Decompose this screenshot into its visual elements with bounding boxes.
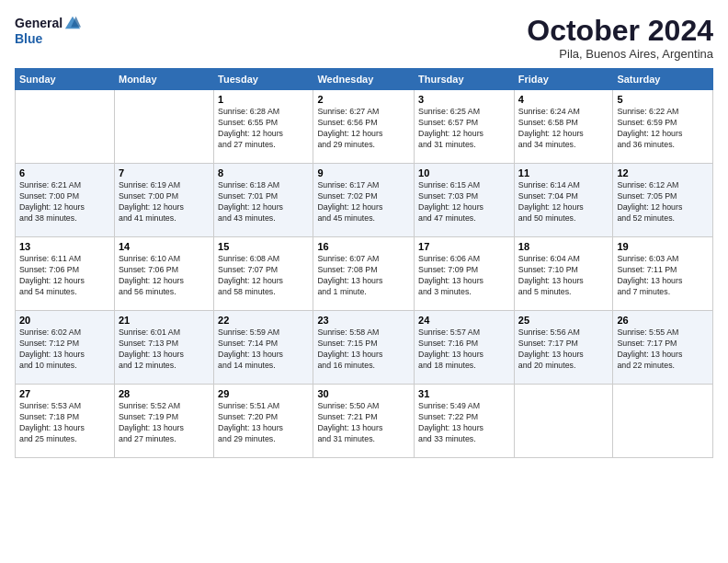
day-number: 9 xyxy=(317,167,410,178)
table-row: 4Sunrise: 6:24 AM Sunset: 6:58 PM Daylig… xyxy=(514,90,613,164)
calendar-week-row: 1Sunrise: 6:28 AM Sunset: 6:55 PM Daylig… xyxy=(16,90,713,164)
table-row: 3Sunrise: 6:25 AM Sunset: 6:57 PM Daylig… xyxy=(415,90,515,164)
day-number: 1 xyxy=(218,94,309,105)
day-number: 24 xyxy=(418,315,510,326)
day-info: Sunrise: 6:18 AM Sunset: 7:01 PM Dayligh… xyxy=(218,180,309,224)
logo-icon xyxy=(64,15,81,31)
day-number: 27 xyxy=(19,388,110,399)
table-row xyxy=(114,90,213,164)
table-row: 21Sunrise: 6:01 AM Sunset: 7:13 PM Dayli… xyxy=(114,311,213,385)
day-number: 6 xyxy=(19,167,110,178)
day-info: Sunrise: 6:27 AM Sunset: 6:56 PM Dayligh… xyxy=(317,107,410,151)
header-thursday: Thursday xyxy=(415,69,515,90)
table-row: 15Sunrise: 6:08 AM Sunset: 7:07 PM Dayli… xyxy=(214,237,313,311)
day-number: 8 xyxy=(218,167,309,178)
day-number: 17 xyxy=(418,241,510,252)
day-info: Sunrise: 5:51 AM Sunset: 7:20 PM Dayligh… xyxy=(218,401,309,445)
header: General Blue October 2024 Pila, Buenos A… xyxy=(15,15,713,61)
calendar-week-row: 27Sunrise: 5:53 AM Sunset: 7:18 PM Dayli… xyxy=(16,385,713,458)
header-tuesday: Tuesday xyxy=(214,69,313,90)
day-info: Sunrise: 5:49 AM Sunset: 7:22 PM Dayligh… xyxy=(418,401,510,445)
table-row: 31Sunrise: 5:49 AM Sunset: 7:22 PM Dayli… xyxy=(415,385,515,458)
day-number: 19 xyxy=(617,241,709,252)
day-info: Sunrise: 6:10 AM Sunset: 7:06 PM Dayligh… xyxy=(119,254,210,298)
day-number: 13 xyxy=(19,241,110,252)
table-row: 29Sunrise: 5:51 AM Sunset: 7:20 PM Dayli… xyxy=(214,385,313,458)
calendar-week-row: 20Sunrise: 6:02 AM Sunset: 7:12 PM Dayli… xyxy=(16,311,713,385)
logo-general: General xyxy=(15,16,63,30)
day-info: Sunrise: 6:01 AM Sunset: 7:13 PM Dayligh… xyxy=(119,327,210,372)
header-monday: Monday xyxy=(114,69,213,90)
table-row: 14Sunrise: 6:10 AM Sunset: 7:06 PM Dayli… xyxy=(114,237,213,311)
day-number: 26 xyxy=(617,315,709,326)
table-row: 8Sunrise: 6:18 AM Sunset: 7:01 PM Daylig… xyxy=(214,164,313,237)
day-info: Sunrise: 6:25 AM Sunset: 6:57 PM Dayligh… xyxy=(418,107,510,151)
day-info: Sunrise: 6:07 AM Sunset: 7:08 PM Dayligh… xyxy=(317,254,410,298)
day-number: 20 xyxy=(19,315,110,326)
table-row: 18Sunrise: 6:04 AM Sunset: 7:10 PM Dayli… xyxy=(514,237,613,311)
table-row: 7Sunrise: 6:19 AM Sunset: 7:00 PM Daylig… xyxy=(114,164,213,237)
table-row: 10Sunrise: 6:15 AM Sunset: 7:03 PM Dayli… xyxy=(415,164,515,237)
day-info: Sunrise: 6:22 AM Sunset: 6:59 PM Dayligh… xyxy=(617,107,709,151)
day-number: 23 xyxy=(317,315,410,326)
table-row: 30Sunrise: 5:50 AM Sunset: 7:21 PM Dayli… xyxy=(313,385,415,458)
table-row: 24Sunrise: 5:57 AM Sunset: 7:16 PM Dayli… xyxy=(415,311,515,385)
calendar-week-row: 13Sunrise: 6:11 AM Sunset: 7:06 PM Dayli… xyxy=(16,237,713,311)
day-number: 2 xyxy=(317,94,410,105)
day-number: 28 xyxy=(119,388,210,399)
table-row: 2Sunrise: 6:27 AM Sunset: 6:56 PM Daylig… xyxy=(313,90,415,164)
day-info: Sunrise: 6:08 AM Sunset: 7:07 PM Dayligh… xyxy=(218,254,309,298)
day-number: 29 xyxy=(218,388,309,399)
day-info: Sunrise: 5:52 AM Sunset: 7:19 PM Dayligh… xyxy=(119,401,210,445)
logo: General Blue xyxy=(15,15,81,46)
day-info: Sunrise: 5:57 AM Sunset: 7:16 PM Dayligh… xyxy=(418,327,510,372)
header-wednesday: Wednesday xyxy=(313,69,415,90)
day-info: Sunrise: 5:53 AM Sunset: 7:18 PM Dayligh… xyxy=(19,401,110,445)
day-info: Sunrise: 6:03 AM Sunset: 7:11 PM Dayligh… xyxy=(617,254,709,298)
day-info: Sunrise: 6:21 AM Sunset: 7:00 PM Dayligh… xyxy=(19,180,110,224)
day-info: Sunrise: 6:04 AM Sunset: 7:10 PM Dayligh… xyxy=(518,254,609,298)
table-row: 9Sunrise: 6:17 AM Sunset: 7:02 PM Daylig… xyxy=(313,164,415,237)
day-number: 3 xyxy=(418,94,510,105)
day-info: Sunrise: 5:58 AM Sunset: 7:15 PM Dayligh… xyxy=(317,327,410,372)
day-info: Sunrise: 6:02 AM Sunset: 7:12 PM Dayligh… xyxy=(19,327,110,372)
table-row: 27Sunrise: 5:53 AM Sunset: 7:18 PM Dayli… xyxy=(16,385,115,458)
day-info: Sunrise: 6:14 AM Sunset: 7:04 PM Dayligh… xyxy=(518,180,609,224)
table-row: 17Sunrise: 6:06 AM Sunset: 7:09 PM Dayli… xyxy=(415,237,515,311)
day-number: 22 xyxy=(218,315,309,326)
table-row: 12Sunrise: 6:12 AM Sunset: 7:05 PM Dayli… xyxy=(613,164,713,237)
table-row: 11Sunrise: 6:14 AM Sunset: 7:04 PM Dayli… xyxy=(514,164,613,237)
table-row: 23Sunrise: 5:58 AM Sunset: 7:15 PM Dayli… xyxy=(313,311,415,385)
logo-blue: Blue xyxy=(15,31,42,46)
day-number: 31 xyxy=(418,388,510,399)
day-number: 21 xyxy=(119,315,210,326)
table-row: 26Sunrise: 5:55 AM Sunset: 7:17 PM Dayli… xyxy=(613,311,713,385)
day-number: 7 xyxy=(119,167,210,178)
page: General Blue October 2024 Pila, Buenos A… xyxy=(0,0,728,563)
table-row: 19Sunrise: 6:03 AM Sunset: 7:11 PM Dayli… xyxy=(613,237,713,311)
table-row xyxy=(613,385,713,458)
day-info: Sunrise: 6:06 AM Sunset: 7:09 PM Dayligh… xyxy=(418,254,510,298)
day-number: 30 xyxy=(317,388,410,399)
header-saturday: Saturday xyxy=(613,69,713,90)
header-friday: Friday xyxy=(514,69,613,90)
table-row: 5Sunrise: 6:22 AM Sunset: 6:59 PM Daylig… xyxy=(613,90,713,164)
table-row: 20Sunrise: 6:02 AM Sunset: 7:12 PM Dayli… xyxy=(16,311,115,385)
table-row: 6Sunrise: 6:21 AM Sunset: 7:00 PM Daylig… xyxy=(16,164,115,237)
table-row: 13Sunrise: 6:11 AM Sunset: 7:06 PM Dayli… xyxy=(16,237,115,311)
title-block: October 2024 Pila, Buenos Aires, Argenti… xyxy=(527,15,713,61)
day-info: Sunrise: 6:19 AM Sunset: 7:00 PM Dayligh… xyxy=(119,180,210,224)
calendar-header-row: Sunday Monday Tuesday Wednesday Thursday… xyxy=(16,69,713,90)
table-row: 16Sunrise: 6:07 AM Sunset: 7:08 PM Dayli… xyxy=(313,237,415,311)
day-info: Sunrise: 6:24 AM Sunset: 6:58 PM Dayligh… xyxy=(518,107,609,151)
day-info: Sunrise: 6:15 AM Sunset: 7:03 PM Dayligh… xyxy=(418,180,510,224)
day-number: 11 xyxy=(518,167,609,178)
day-number: 4 xyxy=(518,94,609,105)
day-number: 18 xyxy=(518,241,609,252)
day-info: Sunrise: 6:11 AM Sunset: 7:06 PM Dayligh… xyxy=(19,254,110,298)
month-title: October 2024 xyxy=(527,15,713,47)
day-info: Sunrise: 6:28 AM Sunset: 6:55 PM Dayligh… xyxy=(218,107,309,151)
day-info: Sunrise: 5:50 AM Sunset: 7:21 PM Dayligh… xyxy=(317,401,410,445)
calendar-table: Sunday Monday Tuesday Wednesday Thursday… xyxy=(15,68,713,458)
day-info: Sunrise: 5:59 AM Sunset: 7:14 PM Dayligh… xyxy=(218,327,309,372)
